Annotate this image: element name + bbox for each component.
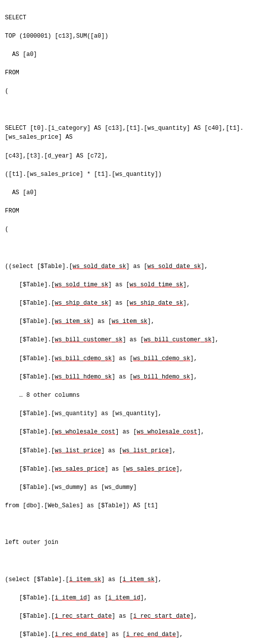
- line-4: FROM: [5, 68, 267, 78]
- line-3: AS [a0]: [5, 50, 267, 59]
- line-26: left outer join: [5, 538, 267, 547]
- line-10: FROM: [5, 207, 267, 216]
- line-blank-4: [5, 557, 267, 566]
- line-2: TOP (1000001) [c13],SUM([a0]): [5, 32, 267, 41]
- line-17: [$Table].[ws_bill_cdemo_sk] as [ws_bill_…: [5, 354, 267, 364]
- line-13: [$Table].[ws_sold_time_sk] as [ws_sold_t…: [5, 280, 267, 290]
- line-22: [$Table].[ws_list_price] as [ws_list_pri…: [5, 446, 267, 456]
- line-25: from [dbo].[Web_Sales] as [$Table]) AS […: [5, 501, 267, 511]
- line-23: [$Table].[ws_sales_price] as [ws_sales_p…: [5, 465, 267, 474]
- line-14: [$Table].[ws_ship_date_sk] as [ws_ship_d…: [5, 299, 267, 308]
- line-7: [c43],[t3].[d_year] AS [c72],: [5, 152, 267, 161]
- line-20: [$Table].[ws_quantity] as [ws_quantity],: [5, 409, 267, 419]
- line-30: [$Table].[i_rec_end_date] as [i_rec_end_…: [5, 630, 267, 640]
- code-block: SELECT TOP (1000001) [c13],SUM([a0]) AS …: [0, 0, 272, 644]
- line-15: [$Table].[ws_item_sk] as [ws_item_sk],: [5, 317, 267, 326]
- line-blank-2: [5, 243, 267, 253]
- line-24: [$Table].[ws_dummy] as [ws_dummy]: [5, 483, 267, 492]
- line-9: AS [a0]: [5, 188, 267, 198]
- line-29: [$Table].[i_rec_start_date] as [i_rec_st…: [5, 612, 267, 621]
- line-6: SELECT [t0].[i_category] AS [c13],[t1].[…: [5, 124, 267, 142]
- line-12: ((select [$Table].[ws_sold_date_sk] as […: [5, 262, 267, 271]
- line-19: … 8 other columns: [5, 391, 267, 400]
- line-11: (: [5, 225, 267, 234]
- line-1: SELECT: [5, 13, 267, 23]
- line-blank-3: [5, 520, 267, 529]
- line-5: (: [5, 87, 267, 96]
- line-18: [$Table].[ws_bill_hdemo_sk] as [ws_bill_…: [5, 373, 267, 382]
- line-16: [$Table].[ws_bill_customer_sk] as [ws_bi…: [5, 335, 267, 345]
- line-8: ([t1].[ws_sales_price] * [t1].[ws_quanti…: [5, 170, 267, 179]
- line-21: [$Table].[ws_wholesale_cost] as [ws_whol…: [5, 428, 267, 437]
- line-28: [$Table].[i_item_id] as [i_item_id],: [5, 593, 267, 603]
- line-27: (select [$Table].[i_item_sk] as [i_item_…: [5, 575, 267, 585]
- line-blank-1: [5, 106, 267, 115]
